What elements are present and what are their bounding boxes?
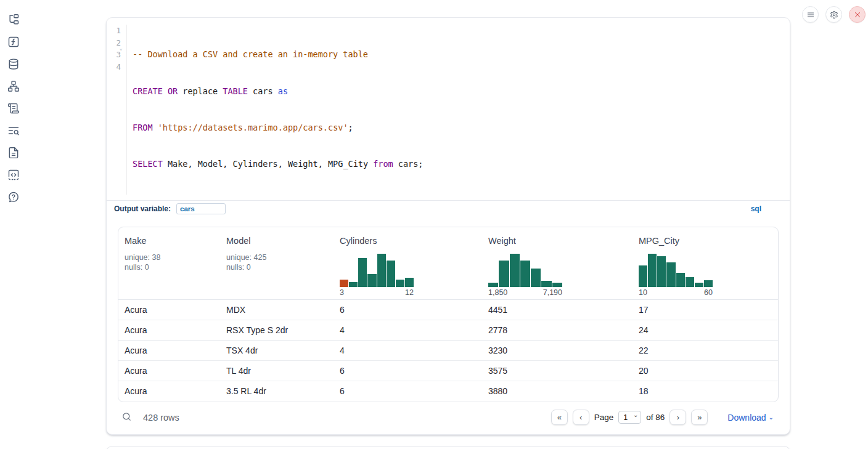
table-cell: Acura	[118, 325, 220, 335]
sql-cell-output: Make unique: 38 nulls: 0 Model unique: 4…	[107, 217, 790, 434]
close-button[interactable]	[849, 6, 866, 23]
table-body: AcuraMDX6445117AcuraRSX Type S 2dr427782…	[118, 300, 778, 402]
table-cell: TSX 4dr	[220, 346, 334, 355]
chevron-down-icon: ⌄	[769, 414, 774, 421]
chevrons-left-icon: «	[557, 413, 562, 422]
table-cell: 3575	[482, 366, 633, 376]
histogram-axis: 1,8507,190	[488, 288, 562, 297]
table-row[interactable]: Acura3.5 RL 4dr6388018	[118, 381, 778, 402]
sidebar	[0, 0, 27, 203]
histogram-axis: 1060	[639, 288, 713, 297]
table-cell: 17	[633, 305, 778, 315]
sql-code-editor[interactable]: 1 2 ⌄ 3 4 -- Download a CSV and create a…	[107, 18, 790, 200]
code-line[interactable]: SELECT Make, Model, Cylinders, Weight, M…	[133, 158, 423, 171]
histogram-bar	[520, 261, 530, 287]
column-label[interactable]: MPG_City	[639, 236, 772, 246]
page-select[interactable]: 1	[618, 411, 641, 424]
column-stats: unique: 38 nulls: 0	[125, 253, 214, 273]
dependency-graph-icon[interactable]	[7, 80, 20, 92]
histogram-bar	[666, 262, 675, 287]
code-lines[interactable]: -- Download a CSV and create an in-memor…	[127, 25, 423, 195]
scroll-icon[interactable]	[7, 102, 20, 115]
document-icon[interactable]	[7, 147, 20, 159]
line-number: 4	[107, 61, 121, 73]
line-number: 2 ⌄	[107, 37, 121, 49]
histogram-bar	[499, 261, 509, 287]
cylinders-histogram: 312	[340, 254, 414, 297]
next-page-button[interactable]: ›	[669, 410, 686, 425]
help-icon[interactable]	[7, 191, 20, 203]
weight-histogram: 1,8507,190	[488, 254, 562, 297]
table-cell: Acura	[118, 366, 220, 376]
column-header-mpg-city: MPG_City 1060	[633, 236, 778, 297]
language-badge[interactable]: sql	[751, 204, 761, 213]
table-cell: 6	[334, 386, 482, 396]
table-row[interactable]: AcuraTSX 4dr4323022	[118, 341, 778, 361]
chevron-right-icon: ›	[677, 413, 679, 422]
last-page-button[interactable]: »	[691, 410, 708, 425]
column-header-weight: Weight 1,8507,190	[482, 236, 633, 297]
histogram-bar	[552, 283, 562, 287]
data-table: Make unique: 38 nulls: 0 Model unique: 4…	[118, 227, 779, 402]
histogram-bar	[686, 277, 694, 287]
search-icon[interactable]	[121, 411, 132, 424]
histogram-bar	[387, 261, 395, 287]
table-cell: Acura	[118, 305, 220, 315]
database-icon[interactable]	[7, 58, 20, 70]
table-cell: Acura	[118, 346, 220, 355]
histogram-bar	[510, 254, 520, 287]
code-line[interactable]: CREATE OR replace TABLE cars as	[133, 86, 423, 98]
code-line[interactable]: -- Download a CSV and create an in-memor…	[133, 49, 423, 61]
table-cell: 22	[633, 346, 778, 355]
histogram-bar	[396, 280, 404, 287]
menu-button[interactable]	[802, 6, 819, 23]
function-icon[interactable]	[7, 36, 20, 48]
histogram-axis: 312	[340, 288, 414, 297]
table-cell: 6	[334, 305, 482, 315]
page-total-label: of 86	[646, 413, 665, 422]
python-code-editor[interactable]: 1 2 # We can reference the output variab…	[107, 447, 790, 449]
table-cell: 6	[334, 366, 482, 376]
table-row[interactable]: AcuraRSX Type S 2dr4277824	[118, 320, 778, 341]
column-label[interactable]: Weight	[488, 236, 626, 246]
histogram-bar	[405, 278, 414, 287]
file-tree-icon[interactable]	[7, 14, 20, 26]
page-select-wrap: 1	[618, 411, 641, 424]
code-line[interactable]: FROM 'https://datasets.marimo.app/cars.c…	[133, 122, 423, 134]
output-variable-row: Output variable: sql	[107, 200, 790, 217]
first-page-button[interactable]: «	[551, 410, 568, 425]
column-header-cylinders: Cylinders 312	[334, 236, 482, 297]
column-header-make: Make unique: 38 nulls: 0	[118, 236, 220, 297]
histogram-bar	[349, 282, 358, 287]
histogram-bar	[676, 273, 685, 287]
table-row[interactable]: AcuraMDX6445117	[118, 300, 778, 320]
histogram-bar	[340, 280, 348, 287]
histogram-bar	[541, 281, 551, 287]
histogram-bar	[695, 283, 703, 287]
histogram-bar	[531, 269, 541, 287]
table-cell: 20	[633, 366, 778, 376]
column-label[interactable]: Cylinders	[340, 236, 476, 246]
chevron-left-icon: ‹	[579, 413, 582, 422]
table-cell: MDX	[220, 305, 334, 315]
search-logs-icon[interactable]	[7, 124, 20, 137]
table-cell: TL 4dr	[220, 366, 334, 376]
table-cell: RSX Type S 2dr	[220, 325, 334, 335]
histogram-bar	[358, 258, 367, 287]
column-label[interactable]: Model	[226, 236, 327, 246]
settings-button[interactable]	[825, 6, 842, 23]
table-cell: 2778	[482, 325, 633, 335]
table-row[interactable]: AcuraTL 4dr6357520	[118, 361, 778, 381]
column-label[interactable]: Make	[125, 236, 214, 246]
column-stats: unique: 425 nulls: 0	[226, 253, 327, 273]
download-button[interactable]: Download ⌄	[727, 413, 774, 423]
previous-page-button[interactable]: ‹	[573, 410, 589, 425]
table-header: Make unique: 38 nulls: 0 Model unique: 4…	[118, 227, 778, 300]
output-variable-input[interactable]	[176, 203, 226, 214]
snippets-icon[interactable]	[7, 169, 20, 181]
sql-cell: 1 2 ⌄ 3 4 -- Download a CSV and create a…	[106, 17, 790, 435]
output-variable-label: Output variable:	[114, 204, 171, 213]
table-cell: 4	[334, 325, 482, 335]
column-header-model: Model unique: 425 nulls: 0	[220, 236, 334, 297]
line-number-gutter: 1 2 ⌄ 3 4	[107, 25, 127, 195]
